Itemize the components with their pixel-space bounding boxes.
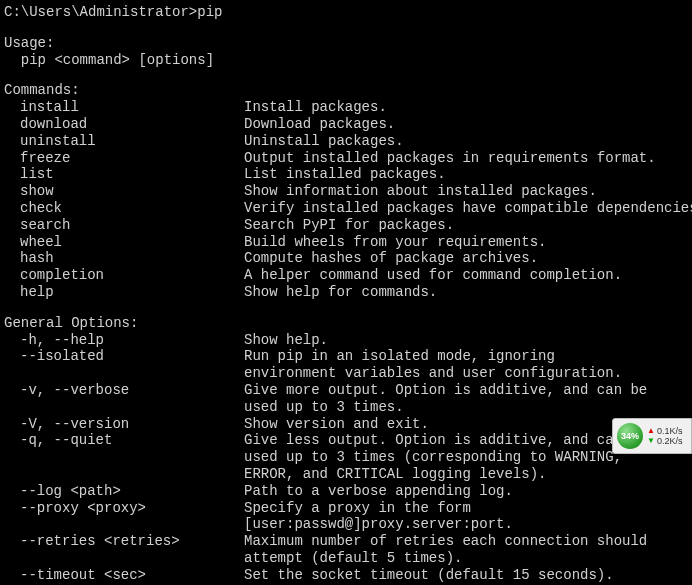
option-row: -h, --helpShow help. bbox=[4, 332, 688, 349]
option-name: -h, --help bbox=[20, 332, 244, 349]
network-up-speed: 0.1K/s bbox=[657, 427, 683, 436]
option-desc: Give more output. Option is additive, an… bbox=[244, 382, 688, 399]
command-name: install bbox=[20, 99, 244, 116]
option-desc: Maximum number of retries each connectio… bbox=[244, 533, 688, 550]
command-row: wheelBuild wheels from your requirements… bbox=[4, 234, 688, 251]
command-name: uninstall bbox=[20, 133, 244, 150]
command-name: list bbox=[20, 166, 244, 183]
command-desc: List installed packages. bbox=[244, 166, 688, 183]
command-row: completionA helper command used for comm… bbox=[4, 267, 688, 284]
command-desc: Show help for commands. bbox=[244, 284, 688, 301]
command-row: searchSearch PyPI for packages. bbox=[4, 217, 688, 234]
command-desc: Show information about installed package… bbox=[244, 183, 688, 200]
option-row: -V, --versionShow version and exit. bbox=[4, 416, 688, 433]
option-desc-cont: used up to 3 times (corresponding to WAR… bbox=[4, 449, 688, 466]
command-name: wheel bbox=[20, 234, 244, 251]
option-row: --isolatedRun pip in an isolated mode, i… bbox=[4, 348, 688, 365]
command-row: checkVerify installed packages have comp… bbox=[4, 200, 688, 217]
command-row: downloadDownload packages. bbox=[4, 116, 688, 133]
option-desc: Path to a verbose appending log. bbox=[244, 483, 688, 500]
options-header: General Options: bbox=[4, 315, 688, 332]
command-desc: Compute hashes of package archives. bbox=[244, 250, 688, 267]
network-usage-badge: 34% bbox=[617, 423, 643, 449]
command-desc: Verify installed packages have compatibl… bbox=[244, 200, 692, 217]
option-name: -V, --version bbox=[20, 416, 244, 433]
command-desc: A helper command used for command comple… bbox=[244, 267, 688, 284]
commands-list: installInstall packages.downloadDownload… bbox=[4, 99, 688, 301]
command-row: listList installed packages. bbox=[4, 166, 688, 183]
command-desc: Download packages. bbox=[244, 116, 688, 133]
command-row: uninstallUninstall packages. bbox=[4, 133, 688, 150]
command-row: helpShow help for commands. bbox=[4, 284, 688, 301]
option-name: --proxy <proxy> bbox=[20, 500, 244, 517]
option-name: -q, --quiet bbox=[20, 432, 244, 449]
command-name: download bbox=[20, 116, 244, 133]
option-desc: Specify a proxy in the form bbox=[244, 500, 688, 517]
command-name: freeze bbox=[20, 150, 244, 167]
command-desc: Uninstall packages. bbox=[244, 133, 688, 150]
usage-header: Usage: bbox=[4, 35, 688, 52]
network-percent: 34% bbox=[621, 431, 639, 442]
option-desc: Show help. bbox=[244, 332, 688, 349]
command-desc: Install packages. bbox=[244, 99, 688, 116]
option-row: -q, --quietGive less output. Option is a… bbox=[4, 432, 688, 449]
command-desc: Build wheels from your requirements. bbox=[244, 234, 688, 251]
option-name: -v, --verbose bbox=[20, 382, 244, 399]
option-row: -v, --verboseGive more output. Option is… bbox=[4, 382, 688, 399]
option-name: --retries <retries> bbox=[20, 533, 244, 550]
command-row: installInstall packages. bbox=[4, 99, 688, 116]
usage-line: pip <command> [options] bbox=[4, 52, 688, 69]
command-desc: Search PyPI for packages. bbox=[244, 217, 688, 234]
command-name: show bbox=[20, 183, 244, 200]
options-list: -h, --helpShow help.--isolatedRun pip in… bbox=[4, 332, 688, 585]
option-name: --isolated bbox=[20, 348, 244, 365]
command-name: help bbox=[20, 284, 244, 301]
option-row: --timeout <sec>Set the socket timeout (d… bbox=[4, 567, 688, 584]
command-desc: Output installed packages in requirement… bbox=[244, 150, 688, 167]
network-meter-widget[interactable]: 34% ▲ 0.1K/s ▼ 0.2K/s bbox=[612, 418, 692, 454]
command-row: freezeOutput installed packages in requi… bbox=[4, 150, 688, 167]
terminal-output[interactable]: C:\Users\Administrator>pip Usage: pip <c… bbox=[4, 4, 688, 585]
command-name: search bbox=[20, 217, 244, 234]
option-row: --log <path>Path to a verbose appending … bbox=[4, 483, 688, 500]
arrow-down-icon: ▼ bbox=[647, 437, 655, 445]
network-stats: ▲ 0.1K/s ▼ 0.2K/s bbox=[647, 427, 682, 446]
option-name: --timeout <sec> bbox=[20, 567, 244, 584]
option-desc-cont: used up to 3 times. bbox=[4, 399, 688, 416]
option-desc-cont: environment variables and user configura… bbox=[4, 365, 688, 382]
command-row: hashCompute hashes of package archives. bbox=[4, 250, 688, 267]
command-name: completion bbox=[20, 267, 244, 284]
prompt-line: C:\Users\Administrator>pip bbox=[4, 4, 688, 21]
option-desc-cont: ERROR, and CRITICAL logging levels). bbox=[4, 466, 688, 483]
option-row: --proxy <proxy>Specify a proxy in the fo… bbox=[4, 500, 688, 517]
option-name: --log <path> bbox=[20, 483, 244, 500]
option-desc-cont: [user:passwd@]proxy.server:port. bbox=[4, 516, 688, 533]
option-desc: Set the socket timeout (default 15 secon… bbox=[244, 567, 688, 584]
arrow-up-icon: ▲ bbox=[647, 427, 655, 435]
network-down-speed: 0.2K/s bbox=[657, 437, 683, 446]
command-row: showShow information about installed pac… bbox=[4, 183, 688, 200]
command-name: hash bbox=[20, 250, 244, 267]
option-row: --retries <retries>Maximum number of ret… bbox=[4, 533, 688, 550]
option-desc: Run pip in an isolated mode, ignoring bbox=[244, 348, 688, 365]
command-name: check bbox=[20, 200, 244, 217]
option-desc-cont: attempt (default 5 times). bbox=[4, 550, 688, 567]
commands-header: Commands: bbox=[4, 82, 688, 99]
